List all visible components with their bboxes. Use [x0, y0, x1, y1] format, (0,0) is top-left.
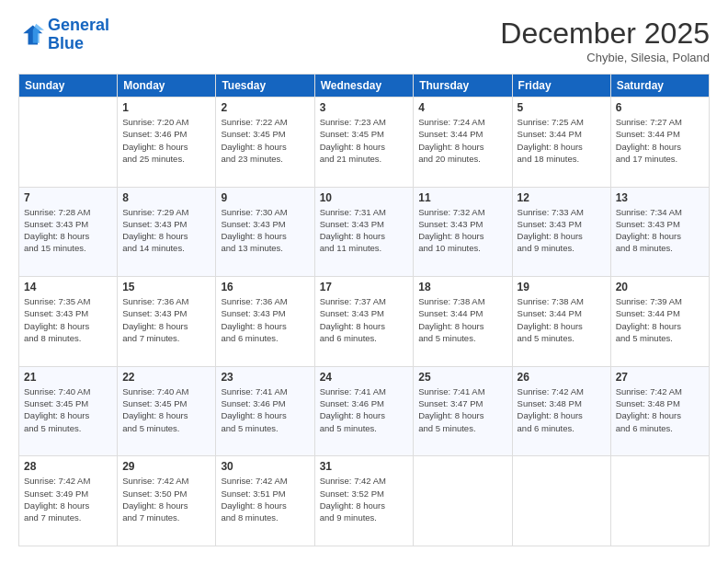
day-number: 15: [122, 281, 210, 293]
weekday-header-thursday: Thursday: [414, 75, 512, 98]
day-info: Sunrise: 7:30 AMSunset: 3:43 PMDaylight:…: [221, 206, 309, 255]
calendar-cell: 10Sunrise: 7:31 AMSunset: 3:43 PMDayligh…: [314, 187, 414, 277]
title-block: December 2025 Chybie, Silesia, Poland: [500, 17, 710, 64]
day-info: Sunrise: 7:22 AMSunset: 3:45 PMDaylight:…: [221, 116, 309, 165]
calendar-cell: 8Sunrise: 7:29 AMSunset: 3:43 PMDaylight…: [118, 187, 216, 277]
day-number: 18: [418, 281, 506, 293]
calendar-cell: 15Sunrise: 7:36 AMSunset: 3:43 PMDayligh…: [118, 277, 216, 367]
day-info: Sunrise: 7:34 AMSunset: 3:43 PMDaylight:…: [616, 206, 704, 255]
day-number: 23: [221, 371, 309, 384]
day-info: Sunrise: 7:41 AMSunset: 3:46 PMDaylight:…: [320, 385, 409, 434]
day-number: 1: [122, 101, 210, 114]
day-info: Sunrise: 7:29 AMSunset: 3:43 PMDaylight:…: [122, 206, 210, 255]
day-info: Sunrise: 7:24 AMSunset: 3:44 PMDaylight:…: [418, 116, 506, 165]
day-info: Sunrise: 7:42 AMSunset: 3:48 PMDaylight:…: [518, 385, 606, 434]
calendar-cell: 16Sunrise: 7:36 AMSunset: 3:43 PMDayligh…: [216, 277, 314, 367]
day-number: 13: [616, 191, 704, 204]
day-number: 7: [24, 191, 112, 204]
day-info: Sunrise: 7:20 AMSunset: 3:46 PMDaylight:…: [122, 116, 210, 165]
calendar-cell: 27Sunrise: 7:42 AMSunset: 3:48 PMDayligh…: [610, 366, 709, 456]
calendar-cell: 12Sunrise: 7:33 AMSunset: 3:43 PMDayligh…: [512, 187, 610, 277]
calendar-cell: 2Sunrise: 7:22 AMSunset: 3:45 PMDaylight…: [216, 98, 314, 188]
day-info: Sunrise: 7:31 AMSunset: 3:43 PMDaylight:…: [320, 206, 409, 255]
day-info: Sunrise: 7:41 AMSunset: 3:47 PMDaylight:…: [418, 385, 506, 434]
month-title: December 2025: [500, 17, 710, 51]
day-number: 27: [616, 371, 704, 384]
calendar-cell: 29Sunrise: 7:42 AMSunset: 3:50 PMDayligh…: [118, 456, 216, 546]
calendar-cell: 1Sunrise: 7:20 AMSunset: 3:46 PMDaylight…: [118, 98, 216, 188]
calendar-cell: [19, 98, 118, 188]
header: General Blue December 2025 Chybie, Siles…: [18, 17, 710, 64]
location: Chybie, Silesia, Poland: [500, 51, 710, 64]
day-number: 12: [518, 191, 606, 204]
calendar-cell: [610, 456, 709, 546]
day-info: Sunrise: 7:33 AMSunset: 3:43 PMDaylight:…: [518, 206, 606, 255]
calendar-cell: 20Sunrise: 7:39 AMSunset: 3:44 PMDayligh…: [610, 277, 709, 367]
day-number: 21: [24, 371, 112, 384]
day-number: 11: [418, 191, 506, 204]
calendar-cell: 11Sunrise: 7:32 AMSunset: 3:43 PMDayligh…: [414, 187, 512, 277]
logo-blue: Blue: [48, 34, 84, 52]
weekday-header-sunday: Sunday: [19, 75, 118, 98]
weekday-header-row: SundayMondayTuesdayWednesdayThursdayFrid…: [19, 75, 710, 98]
calendar-cell: 19Sunrise: 7:38 AMSunset: 3:44 PMDayligh…: [512, 277, 610, 367]
day-info: Sunrise: 7:36 AMSunset: 3:43 PMDaylight:…: [221, 295, 309, 344]
calendar-cell: 9Sunrise: 7:30 AMSunset: 3:43 PMDaylight…: [216, 187, 314, 277]
calendar-cell: 5Sunrise: 7:25 AMSunset: 3:44 PMDaylight…: [512, 98, 610, 188]
day-number: 30: [221, 460, 309, 473]
logo: General Blue: [18, 17, 109, 53]
day-number: 8: [122, 191, 210, 204]
week-row-2: 7Sunrise: 7:28 AMSunset: 3:43 PMDaylight…: [19, 187, 710, 277]
weekday-header-saturday: Saturday: [610, 75, 709, 98]
day-number: 5: [518, 101, 606, 114]
day-number: 16: [221, 281, 309, 293]
day-info: Sunrise: 7:38 AMSunset: 3:44 PMDaylight:…: [518, 295, 606, 344]
day-info: Sunrise: 7:39 AMSunset: 3:44 PMDaylight:…: [616, 295, 704, 344]
day-number: 17: [320, 281, 409, 293]
calendar-table: SundayMondayTuesdayWednesdayThursdayFrid…: [18, 74, 710, 546]
day-info: Sunrise: 7:27 AMSunset: 3:44 PMDaylight:…: [616, 116, 704, 165]
day-info: Sunrise: 7:36 AMSunset: 3:43 PMDaylight:…: [122, 295, 210, 344]
day-info: Sunrise: 7:35 AMSunset: 3:43 PMDaylight:…: [24, 295, 112, 344]
calendar-cell: 26Sunrise: 7:42 AMSunset: 3:48 PMDayligh…: [512, 366, 610, 456]
weekday-header-tuesday: Tuesday: [216, 75, 314, 98]
calendar-cell: 18Sunrise: 7:38 AMSunset: 3:44 PMDayligh…: [414, 277, 512, 367]
day-number: 10: [320, 191, 409, 204]
calendar-cell: 25Sunrise: 7:41 AMSunset: 3:47 PMDayligh…: [414, 366, 512, 456]
week-row-1: 1Sunrise: 7:20 AMSunset: 3:46 PMDaylight…: [19, 98, 710, 188]
week-row-4: 21Sunrise: 7:40 AMSunset: 3:45 PMDayligh…: [19, 366, 710, 456]
day-number: 9: [221, 191, 309, 204]
calendar-cell: 23Sunrise: 7:41 AMSunset: 3:46 PMDayligh…: [216, 366, 314, 456]
day-number: 19: [518, 281, 606, 293]
day-info: Sunrise: 7:28 AMSunset: 3:43 PMDaylight:…: [24, 206, 112, 255]
weekday-header-wednesday: Wednesday: [314, 75, 414, 98]
day-number: 22: [122, 371, 210, 384]
calendar-cell: 7Sunrise: 7:28 AMSunset: 3:43 PMDaylight…: [19, 187, 118, 277]
day-info: Sunrise: 7:25 AMSunset: 3:44 PMDaylight:…: [518, 116, 606, 165]
day-info: Sunrise: 7:42 AMSunset: 3:52 PMDaylight:…: [320, 475, 409, 523]
calendar-cell: 6Sunrise: 7:27 AMSunset: 3:44 PMDaylight…: [610, 98, 709, 188]
calendar-cell: 31Sunrise: 7:42 AMSunset: 3:52 PMDayligh…: [314, 456, 414, 546]
day-number: 28: [24, 460, 112, 473]
week-row-3: 14Sunrise: 7:35 AMSunset: 3:43 PMDayligh…: [19, 277, 710, 367]
day-number: 31: [320, 460, 409, 473]
calendar-cell: 3Sunrise: 7:23 AMSunset: 3:45 PMDaylight…: [314, 98, 414, 188]
page: General Blue December 2025 Chybie, Siles…: [0, 0, 728, 563]
calendar-cell: 24Sunrise: 7:41 AMSunset: 3:46 PMDayligh…: [314, 366, 414, 456]
day-info: Sunrise: 7:38 AMSunset: 3:44 PMDaylight:…: [418, 295, 506, 344]
day-number: 6: [616, 101, 704, 114]
calendar-cell: 30Sunrise: 7:42 AMSunset: 3:51 PMDayligh…: [216, 456, 314, 546]
weekday-header-friday: Friday: [512, 75, 610, 98]
calendar-cell: [414, 456, 512, 546]
day-number: 25: [418, 371, 506, 384]
day-info: Sunrise: 7:42 AMSunset: 3:48 PMDaylight:…: [616, 385, 704, 434]
day-number: 2: [221, 101, 309, 114]
day-info: Sunrise: 7:32 AMSunset: 3:43 PMDaylight:…: [418, 206, 506, 255]
week-row-5: 28Sunrise: 7:42 AMSunset: 3:49 PMDayligh…: [19, 456, 710, 546]
day-info: Sunrise: 7:40 AMSunset: 3:45 PMDaylight:…: [122, 385, 210, 434]
day-info: Sunrise: 7:37 AMSunset: 3:43 PMDaylight:…: [320, 295, 409, 344]
calendar-cell: 28Sunrise: 7:42 AMSunset: 3:49 PMDayligh…: [19, 456, 118, 546]
day-info: Sunrise: 7:42 AMSunset: 3:49 PMDaylight:…: [24, 475, 112, 523]
day-info: Sunrise: 7:23 AMSunset: 3:45 PMDaylight:…: [320, 116, 409, 165]
day-info: Sunrise: 7:40 AMSunset: 3:45 PMDaylight:…: [24, 385, 112, 434]
